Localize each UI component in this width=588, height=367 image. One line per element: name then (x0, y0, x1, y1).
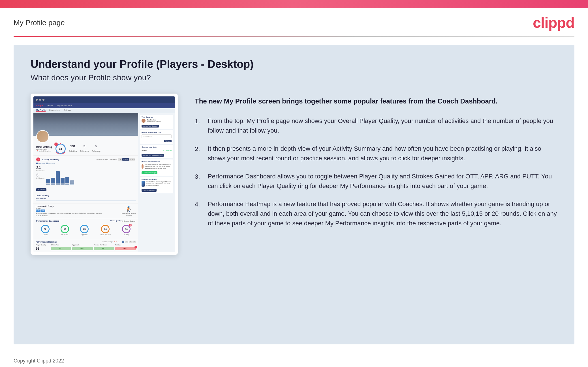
latest-activity-title: Latest Activity (36, 195, 136, 197)
drill-description: Use one of the Clippd practice drills to… (145, 163, 172, 169)
quality-ring[interactable]: 92 (55, 144, 66, 154)
toggle-player-quality[interactable]: Player Quality (110, 220, 121, 222)
community-image (142, 181, 145, 187)
app-logo: clippd (36, 104, 43, 107)
item-num-2: 2. (195, 144, 203, 154)
app-nav: clippd Home My Performance (33, 103, 175, 108)
bar-off-6 (70, 184, 74, 185)
lesson-tags: Golf ADR (36, 210, 102, 212)
hm-off-tee-label: Off the Tee (51, 244, 71, 246)
card-subheading: What does your Profile show you? (31, 73, 557, 82)
hm-pq-value: 92 (36, 247, 50, 251)
hm-putting-label: Putting (115, 244, 136, 246)
tab-6m[interactable]: 6 Mths (122, 158, 129, 161)
integration-name: Arccos (142, 150, 147, 151)
activity-summary-section: 2 Activity Summary Monthly Activity - 6 … (33, 156, 138, 193)
hm-approach-cell[interactable]: 85 ↑↓ (72, 247, 93, 250)
tag-golf: Golf (36, 210, 40, 212)
bar-chart (46, 165, 135, 185)
perf-around-green: 86 Around the Green (100, 225, 111, 236)
item-text-1: From the top, My Profile page now shows … (208, 116, 557, 135)
badge-4: 4 (134, 246, 137, 249)
hm-putting-cell[interactable]: 96 ↑↓ 4 (115, 247, 136, 250)
la-divider (36, 200, 136, 201)
ring-around-green[interactable]: 86 (101, 225, 110, 233)
player-details: Blair McHarg Plus Handicap 📍 United King… (36, 146, 52, 152)
practice-drill-card: Record a Practice Drill Use one of the C… (140, 159, 173, 176)
mockup-left-col: Blair McHarg Plus Handicap 📍 United King… (33, 113, 138, 252)
hm-off-tee-cell[interactable]: 90 ↑↓ (51, 247, 71, 250)
ctrl-15[interactable]: 15 (129, 241, 132, 243)
coach-details: Dan Davies Auchterarder Golf Club (147, 119, 161, 122)
ctrl-20[interactable]: 20 (132, 241, 136, 243)
hm-around-green-cell[interactable]: 86 ↑↓ (94, 247, 114, 250)
nav-my-performance: My Performance (57, 105, 72, 107)
activity-section-header: 2 Activity Summary Monthly Activity - 6 … (36, 157, 135, 161)
ring-off-tee[interactable]: 90 (61, 225, 69, 233)
connected-badge: ✓ Connected (163, 149, 172, 151)
community-description: Visit the Clippd Community and discover … (146, 181, 172, 187)
subnav-connections[interactable]: Connections (49, 109, 60, 112)
ring-off-tee-label: Off the Tee (61, 234, 68, 236)
tab-1y[interactable]: 1 Y (118, 158, 122, 161)
perf-overall: 92 Overall (41, 225, 50, 236)
activity-title-row: 2 Activity Summary (36, 157, 59, 161)
launch-capture-btn[interactable]: Launch Capture App (142, 171, 157, 174)
player-avatar (36, 130, 49, 143)
bar-off-1 (46, 184, 50, 185)
card-heading: Understand your Profile (Players - Deskt… (31, 58, 557, 70)
page-title: My Profile page (14, 18, 65, 27)
legend-oncourse: On-course (36, 163, 45, 164)
add-link-btn[interactable]: Add Link (164, 140, 172, 142)
toggle-strokes-gained[interactable]: Strokes Gained (124, 220, 135, 222)
list-item-3: 3. Performance Dashboard allows you to t… (195, 172, 557, 191)
manage-coaches-btn[interactable]: Manage Your Coaches (142, 125, 159, 128)
heatmap-header: Performance Heatmap 5 Round Change: ▼▼ ▲… (36, 241, 136, 243)
ring-putting-label: Putting (124, 234, 129, 236)
bar-on-1 (46, 179, 50, 183)
player-location: 📍 United Kingdom (36, 150, 52, 152)
integration-row: Arccos ✓ Connected (142, 149, 172, 152)
copyright: Copyright Clippd 2022 (0, 352, 588, 367)
trackman-input[interactable]: Trackman Link (142, 134, 172, 138)
bar-on-2 (51, 178, 55, 184)
bar-on-5 (65, 177, 69, 183)
ring-approach[interactable]: 85 (80, 225, 89, 233)
trackman-card: Upload a Trackman Test Trackman Link Add… (140, 130, 173, 144)
ctrl-5[interactable]: 5 (122, 241, 125, 243)
coach-avatar (142, 119, 146, 123)
toggle-divider: | (122, 220, 123, 222)
subnav-my-profile[interactable]: My Profile (36, 109, 46, 112)
activity-chart-area: 24 On Course 3 Off Course (36, 165, 135, 185)
browser-dot-3 (42, 99, 44, 101)
quality-ring-wrapper: 1 92 (55, 144, 66, 154)
bar-off-4 (61, 183, 65, 185)
nav-home: Home (48, 105, 53, 107)
bar-on-6 (70, 180, 74, 184)
drill-avatar (142, 164, 144, 169)
heatmap-title-row: Performance Heatmap (36, 241, 57, 243)
subnav-settings[interactable]: Settings (63, 109, 70, 112)
launch-community-btn[interactable]: Launch Community (142, 189, 157, 192)
browser-dot-2 (39, 99, 41, 101)
ctrl-10[interactable]: 10 (125, 241, 128, 243)
item-num-3: 3. (195, 172, 203, 182)
perf-toggle: Player Quality | Strokes Gained (110, 220, 135, 222)
connect-card: Connect your data Arccos ✓ Connected Man… (140, 145, 173, 158)
all-activities-btn[interactable]: All Activities (36, 188, 46, 191)
item-num-4: 4. (195, 199, 203, 209)
bar-off-5 (65, 184, 69, 185)
legend-offcourse: Off-course (46, 163, 55, 164)
manage-integrations-btn[interactable]: Manage Your Data Integrations (142, 154, 164, 157)
community-content: Visit the Clippd Community and discover … (142, 181, 172, 187)
bar-on-4 (61, 178, 65, 183)
trackman-add-row: Add Link (142, 139, 172, 142)
ring-overall[interactable]: 92 (41, 225, 50, 233)
performance-heatmap-section: Performance Heatmap 5 Round Change: ▼▼ ▲… (33, 239, 138, 252)
perf-approach: 85 Approach (80, 225, 89, 236)
intro-text: The new My Profile screen brings togethe… (195, 96, 557, 106)
item-text-3: Performance Dashboard allows you to togg… (208, 172, 557, 191)
off-course-label: Off Course (36, 177, 44, 179)
tab-1m[interactable]: 1 mth (129, 158, 135, 161)
coach-info: Dan Davies Auchterarder Golf Club (142, 119, 172, 123)
